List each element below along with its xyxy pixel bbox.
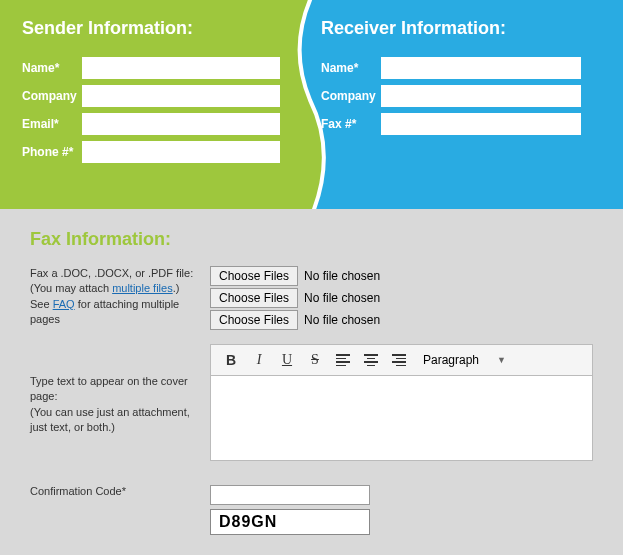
chevron-down-icon: ▼ [497, 355, 506, 365]
file-text-line1: Fax a .DOC, .DOCX, or .PDF file: [30, 267, 193, 279]
file-text-line3a: See [30, 298, 53, 310]
align-right-button[interactable] [385, 347, 413, 373]
file-text-line2a: (You may attach [30, 282, 112, 294]
file-inputs: Choose Files No file chosen Choose Files… [210, 266, 593, 332]
receiver-name-input[interactable] [381, 57, 581, 79]
receiver-title: Receiver Information: [321, 18, 623, 39]
cover-text-1: Type text to appear on the cover page: [30, 375, 188, 402]
file-status-1: No file chosen [304, 269, 380, 283]
cover-page-label: Type text to appear on the cover page: (… [30, 344, 210, 465]
sender-email-input[interactable] [82, 113, 282, 135]
align-right-icon [392, 354, 406, 366]
confirmation-right: D89GN [210, 485, 593, 535]
fax-title: Fax Information: [30, 229, 593, 250]
paragraph-select[interactable]: Paragraph ▼ [419, 351, 510, 369]
receiver-fax-label: Fax #* [321, 117, 381, 131]
confirmation-code-input[interactable] [210, 485, 370, 505]
receiver-fax-input[interactable] [381, 113, 581, 135]
confirmation-area: Confirmation Code* D89GN [30, 485, 593, 535]
faq-link[interactable]: FAQ [53, 298, 75, 310]
sender-phone-input[interactable] [82, 141, 282, 163]
receiver-company-label: Company [321, 89, 381, 103]
top-section: Sender Information: Name* Company Email*… [0, 0, 623, 209]
file-row-1: Choose Files No file chosen [210, 266, 593, 286]
sender-company-label: Company [22, 89, 82, 103]
align-center-icon [364, 354, 378, 366]
choose-files-button-1[interactable]: Choose Files [210, 266, 298, 286]
captcha-image: D89GN [210, 509, 370, 535]
receiver-name-label: Name* [321, 61, 381, 75]
choose-files-button-3[interactable]: Choose Files [210, 310, 298, 330]
cover-text-2: (You can use just an attachment, just te… [30, 406, 190, 433]
confirmation-label: Confirmation Code* [30, 485, 210, 535]
sender-email-label: Email* [22, 117, 82, 131]
sender-name-input[interactable] [82, 57, 282, 79]
choose-files-button-2[interactable]: Choose Files [210, 288, 298, 308]
receiver-name-row: Name* [321, 57, 623, 79]
receiver-company-row: Company [321, 85, 623, 107]
align-left-button[interactable] [329, 347, 357, 373]
bold-button[interactable]: B [217, 347, 245, 373]
receiver-fax-row: Fax #* [321, 113, 623, 135]
sender-company-input[interactable] [82, 85, 282, 107]
editor-toolbar: B I U S Paragraph ▼ [210, 344, 593, 376]
editor-box: B I U S Paragraph ▼ [210, 344, 593, 465]
file-text-line2c: .) [173, 282, 180, 294]
receiver-panel: Receiver Information: Name* Company Fax … [283, 0, 623, 209]
editor-area: Type text to appear on the cover page: (… [30, 344, 593, 465]
multiple-files-link[interactable]: multiple files [112, 282, 173, 294]
sender-name-label: Name* [22, 61, 82, 75]
cover-page-textarea[interactable] [210, 376, 593, 461]
file-status-2: No file chosen [304, 291, 380, 305]
strikethrough-button[interactable]: S [301, 347, 329, 373]
file-help-text: Fax a .DOC, .DOCX, or .PDF file: (You ma… [30, 266, 210, 332]
file-area: Fax a .DOC, .DOCX, or .PDF file: (You ma… [30, 266, 593, 332]
sender-phone-label: Phone #* [22, 145, 82, 159]
underline-button[interactable]: U [273, 347, 301, 373]
paragraph-label: Paragraph [423, 353, 479, 367]
align-center-button[interactable] [357, 347, 385, 373]
file-status-3: No file chosen [304, 313, 380, 327]
file-row-2: Choose Files No file chosen [210, 288, 593, 308]
italic-button[interactable]: I [245, 347, 273, 373]
align-left-icon [336, 354, 350, 366]
receiver-company-input[interactable] [381, 85, 581, 107]
file-row-3: Choose Files No file chosen [210, 310, 593, 330]
fax-section: Fax Information: Fax a .DOC, .DOCX, or .… [0, 209, 623, 555]
